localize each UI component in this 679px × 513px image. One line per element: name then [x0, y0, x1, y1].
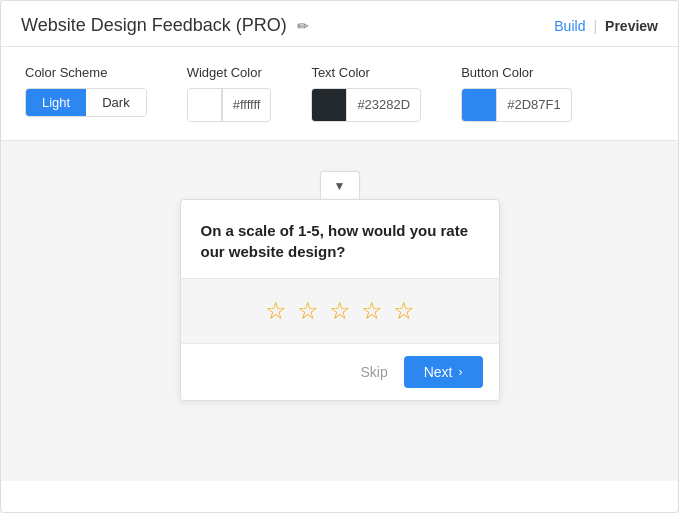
- button-color-picker[interactable]: #2D87F1: [461, 88, 571, 122]
- next-button[interactable]: Next ›: [404, 356, 483, 388]
- widget-color-picker[interactable]: #ffffff: [187, 88, 272, 122]
- header: Website Design Feedback (PRO) ✏ Build | …: [1, 1, 678, 47]
- widget-card: On a scale of 1-5, how would you rate ou…: [180, 199, 500, 401]
- widget-footer: Skip Next ›: [181, 344, 499, 400]
- divider: |: [593, 18, 597, 34]
- text-color-swatch: [312, 88, 346, 122]
- button-color-value: #2D87F1: [496, 88, 570, 122]
- star-5[interactable]: ☆: [393, 297, 415, 325]
- widget-rating: ☆ ☆ ☆ ☆ ☆: [181, 278, 499, 344]
- widget-color-swatch: [188, 88, 222, 122]
- color-scheme-label: Color Scheme: [25, 65, 147, 80]
- star-1[interactable]: ☆: [265, 297, 287, 325]
- build-link[interactable]: Build: [554, 18, 585, 34]
- widget-color-value: #ffffff: [222, 88, 271, 122]
- edit-icon[interactable]: ✏: [297, 18, 309, 34]
- button-color-group: Button Color #2D87F1: [461, 65, 571, 122]
- star-2[interactable]: ☆: [297, 297, 319, 325]
- text-color-picker[interactable]: #23282D: [311, 88, 421, 122]
- preview-link[interactable]: Preview: [605, 18, 658, 34]
- star-4[interactable]: ☆: [361, 297, 383, 325]
- button-color-swatch: [462, 88, 496, 122]
- widget-tab[interactable]: ▼: [320, 171, 360, 199]
- color-scheme-toggle: Light Dark: [25, 88, 147, 117]
- chevron-down-icon: ▼: [334, 179, 346, 193]
- text-color-value: #23282D: [346, 88, 420, 122]
- widget-question: On a scale of 1-5, how would you rate ou…: [181, 200, 499, 278]
- main-container: Website Design Feedback (PRO) ✏ Build | …: [0, 0, 679, 513]
- text-color-label: Text Color: [311, 65, 421, 80]
- widget-wrapper: ▼ On a scale of 1-5, how would you rate …: [180, 171, 500, 401]
- next-label: Next: [424, 364, 453, 380]
- button-color-label: Button Color: [461, 65, 571, 80]
- star-3[interactable]: ☆: [329, 297, 351, 325]
- light-toggle-btn[interactable]: Light: [26, 89, 86, 116]
- color-scheme-group: Color Scheme Light Dark: [25, 65, 147, 117]
- skip-button[interactable]: Skip: [360, 364, 387, 380]
- text-color-group: Text Color #23282D: [311, 65, 421, 122]
- dark-toggle-btn[interactable]: Dark: [86, 89, 145, 116]
- next-chevron-icon: ›: [459, 365, 463, 379]
- widget-color-label: Widget Color: [187, 65, 272, 80]
- toolbar: Color Scheme Light Dark Widget Color #ff…: [1, 47, 678, 141]
- widget-color-group: Widget Color #ffffff: [187, 65, 272, 122]
- preview-area: ▼ On a scale of 1-5, how would you rate …: [1, 141, 678, 481]
- page-title: Website Design Feedback (PRO): [21, 15, 287, 36]
- header-left: Website Design Feedback (PRO) ✏: [21, 15, 309, 36]
- header-right: Build | Preview: [554, 18, 658, 34]
